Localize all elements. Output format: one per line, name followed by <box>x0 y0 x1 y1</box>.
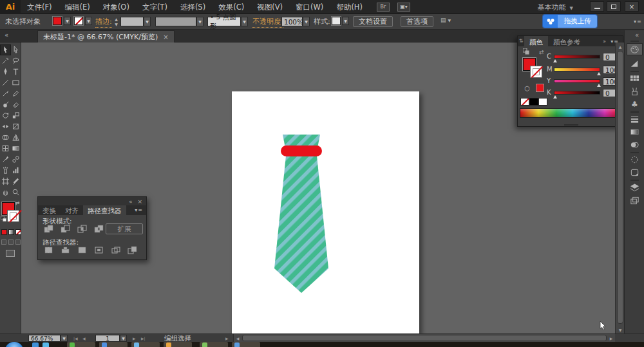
cloud-upload-button[interactable]: 拖拽上传 <box>543 15 597 28</box>
opacity-field[interactable]: 100% <box>281 17 303 26</box>
color-mode-button[interactable] <box>1 229 7 235</box>
dock-graphic-styles-panel[interactable] <box>627 167 642 178</box>
column-graph-tool[interactable] <box>11 165 21 175</box>
start-button[interactable] <box>5 342 23 347</box>
close-button[interactable]: × <box>625 1 639 12</box>
tab-color[interactable]: 颜色 <box>524 36 548 46</box>
mesh-tool[interactable] <box>1 144 10 153</box>
eyedropper-tool[interactable] <box>1 155 10 164</box>
zoom-tool[interactable] <box>11 187 21 197</box>
paintbrush-tool[interactable] <box>1 89 10 98</box>
rotate-tool[interactable] <box>1 111 10 120</box>
selection-tool[interactable] <box>1 45 10 55</box>
prev-artboard-icon[interactable]: ◀ <box>82 335 86 342</box>
blend-tool[interactable] <box>11 155 21 164</box>
zoom-level-field[interactable]: 66.67% <box>28 335 61 342</box>
bridge-icon[interactable]: Br <box>377 3 390 12</box>
stroke-weight-stepper[interactable]: ▲▼ <box>113 17 119 26</box>
menu-view[interactable]: 视图(V) <box>251 0 289 14</box>
none-swatch[interactable] <box>520 98 529 106</box>
panel-menu-icon[interactable]: ▾≡ <box>135 207 143 213</box>
document-setup-button[interactable]: 文档设置 <box>353 16 393 27</box>
artboard-number-field[interactable]: 1 <box>95 335 120 342</box>
brush-definition-dropdown[interactable]: ▼ <box>241 17 248 26</box>
trim-button[interactable] <box>60 245 71 255</box>
fill-color-dropdown[interactable]: ▼ <box>64 17 71 25</box>
dock-stroke-panel[interactable] <box>627 113 642 124</box>
touch-workspace-icon[interactable]: ▤ ▼ <box>440 17 451 23</box>
magenta-slider[interactable] <box>554 68 600 71</box>
menu-file[interactable]: 文件(F) <box>21 0 59 14</box>
shape-builder-tool[interactable] <box>1 133 10 142</box>
minimize-button[interactable] <box>590 1 604 12</box>
scroll-down-icon[interactable]: ▼ <box>616 326 625 333</box>
expand-button[interactable]: 扩展 <box>106 223 143 234</box>
zoom-level-dropdown[interactable]: ▼ <box>61 335 68 342</box>
next-artboard-icon[interactable]: ▶ <box>133 335 136 342</box>
scroll-up-icon[interactable]: ▲ <box>616 42 625 50</box>
pencil-tool[interactable] <box>11 89 21 98</box>
stroke-weight-dropdown[interactable]: ▼ <box>144 17 151 26</box>
minus-back-button[interactable] <box>127 245 138 255</box>
gradient-tool[interactable] <box>11 144 21 153</box>
magic-wand-tool[interactable] <box>1 56 10 66</box>
blob-brush-tool[interactable] <box>1 100 10 109</box>
stroke-color-swatch[interactable] <box>74 17 83 25</box>
menu-effect[interactable]: 效果(C) <box>212 0 251 14</box>
type-tool[interactable] <box>11 67 21 77</box>
rectangle-tool[interactable] <box>11 78 21 88</box>
menu-select[interactable]: 选择(S) <box>174 0 212 14</box>
taskbar-app-button[interactable] <box>164 342 192 347</box>
control-panel-menu-icon[interactable]: ▾≡ <box>634 19 642 24</box>
style-swatch[interactable] <box>332 17 341 25</box>
cycle-panel-icon[interactable]: ⇅ <box>518 36 524 46</box>
menu-edit[interactable]: 编辑(E) <box>59 0 97 14</box>
intersect-button[interactable] <box>77 224 88 234</box>
collapse-panel-icon[interactable]: « <box>5 32 8 39</box>
tab-transform[interactable]: 变换 <box>38 205 61 215</box>
menu-type[interactable]: 文字(T) <box>136 0 174 14</box>
fill-color-swatch[interactable] <box>53 17 62 25</box>
style-dropdown[interactable]: ▼ <box>342 17 349 25</box>
dock-swatches-panel[interactable] <box>627 73 642 84</box>
unite-button[interactable] <box>43 224 54 234</box>
outline-button[interactable] <box>110 245 121 255</box>
dock-color-panel[interactable] <box>627 44 642 55</box>
symbol-sprayer-tool[interactable] <box>1 165 10 175</box>
vertical-scroll-thumb[interactable] <box>617 51 623 324</box>
stroke-color-indicator[interactable] <box>7 210 19 222</box>
merge-button[interactable] <box>77 245 88 255</box>
dock-artboards-panel[interactable] <box>627 195 642 206</box>
horizontal-scroll-thumb[interactable] <box>242 335 607 341</box>
free-transform-tool[interactable] <box>11 122 21 131</box>
vertical-scrollbar[interactable]: ▲ ▼ <box>615 42 624 333</box>
yellow-slider[interactable] <box>554 79 600 83</box>
swap-fill-stroke-icon[interactable]: ⇄ <box>15 200 20 206</box>
taskbar-app-button[interactable] <box>99 342 128 347</box>
status-expand-icon[interactable]: ▶ <box>225 335 229 342</box>
tab-color-guide[interactable]: 颜色参考 <box>548 36 585 46</box>
perspective-grid-tool[interactable] <box>11 133 21 142</box>
default-fill-stroke-icon[interactable] <box>1 216 6 221</box>
dock-layers-panel[interactable] <box>627 182 642 192</box>
stroke-weight-field[interactable] <box>120 17 144 26</box>
opacity-label[interactable]: 不透明度: <box>252 17 283 28</box>
close-tab-icon[interactable]: × <box>163 33 168 41</box>
artboard[interactable] <box>232 91 419 333</box>
crop-button[interactable] <box>93 245 104 255</box>
slider-thumb-icon[interactable] <box>553 95 557 98</box>
lasso-tool[interactable] <box>11 56 21 66</box>
dock-color-guide-panel[interactable] <box>627 58 642 69</box>
stroke-color-dropdown[interactable]: ▼ <box>85 17 92 25</box>
panel-resize-grip[interactable] <box>564 124 578 126</box>
line-segment-tool[interactable] <box>1 78 10 88</box>
collapse-to-icons-icon[interactable]: » <box>603 39 606 44</box>
artboard-tool[interactable] <box>1 176 10 186</box>
white-swatch[interactable] <box>538 98 547 106</box>
exclude-button[interactable] <box>93 224 104 234</box>
tab-align[interactable]: 对齐 <box>61 205 83 215</box>
variable-width-profile[interactable] <box>155 17 196 26</box>
draw-inside-button[interactable] <box>15 239 21 245</box>
slider-thumb-icon[interactable] <box>597 72 601 75</box>
hand-tool[interactable] <box>1 187 10 197</box>
